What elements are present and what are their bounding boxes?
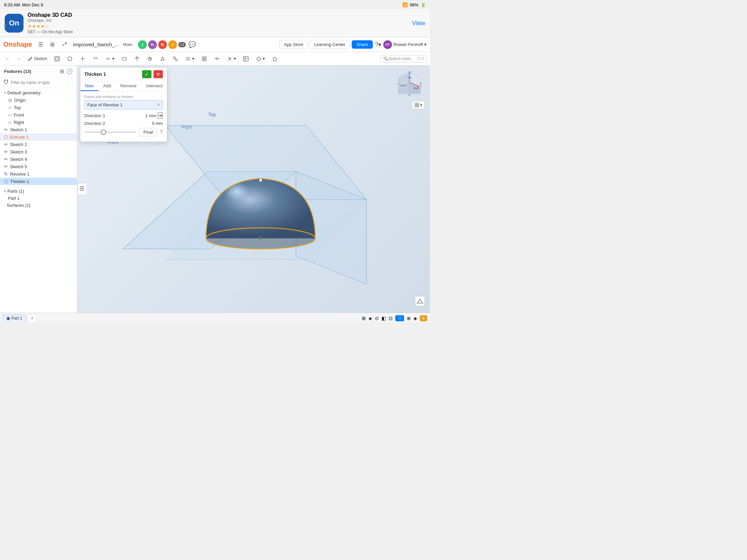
sketch3-item[interactable]: ✏ Sketch 3 — [0, 148, 77, 156]
extrude-icon: ⬡ — [4, 134, 8, 140]
nav-cube[interactable]: Top Front Right Z X — [394, 70, 424, 100]
revolve1-item[interactable]: ↻ Revolve 1 — [0, 170, 77, 178]
tool-3[interactable] — [77, 54, 88, 63]
view-button[interactable]: View — [412, 20, 425, 27]
tool-dropdown-3[interactable]: ▾ — [224, 54, 239, 63]
nav-right-arrow[interactable] — [420, 82, 422, 85]
thicken1-label: Thicken 1 — [10, 179, 29, 184]
dialog-cancel-button[interactable]: ✕ — [154, 70, 163, 78]
bottom-icon-2[interactable]: ◈ — [368, 316, 372, 321]
dialog-body: Faces and surfaces to thicken Face of Re… — [80, 91, 167, 142]
dialog-title: Thicken 1 — [84, 72, 106, 77]
sketch2-item[interactable]: ✏ Sketch 2 — [0, 141, 77, 148]
wifi-icon: 📶 — [403, 2, 408, 7]
front-plane-item[interactable]: ▱ Front — [0, 111, 77, 118]
tool-4[interactable] — [90, 54, 101, 63]
face-remove-button[interactable]: × — [157, 102, 160, 107]
avatar-j1[interactable]: J — [138, 40, 147, 49]
direction1-label: Direction 1 — [84, 113, 105, 118]
chat-icon[interactable]: 💬 — [188, 41, 196, 48]
tool-1[interactable] — [51, 54, 63, 63]
bottom-icon-1[interactable]: ⊞ — [362, 316, 366, 321]
app-icon: On — [5, 14, 24, 32]
isometric-view-button[interactable] — [415, 296, 424, 307]
extrude1-item[interactable]: ⬡ Extrude 1 — [0, 133, 77, 141]
tab-add[interactable]: Add — [98, 81, 115, 91]
surfaces-group[interactable]: › Surfaces (1) — [0, 202, 77, 209]
nav-left-arrow[interactable] — [397, 82, 399, 85]
bottom-icon-6[interactable]: ⬡ — [395, 315, 404, 321]
history-icon[interactable]: 🕐 — [66, 68, 73, 75]
top-plane-item[interactable]: ▱ Top — [0, 104, 77, 111]
bottom-icon-9[interactable]: ♦ — [420, 315, 427, 321]
tool-9[interactable] — [170, 54, 181, 63]
sketch1-label: Sketch 1 — [10, 127, 27, 132]
tool-6[interactable] — [131, 54, 143, 63]
bottom-icon-5[interactable]: ⊡ — [389, 316, 393, 321]
tab-remove[interactable]: Remove — [115, 81, 141, 91]
direction2-label: Direction 2 — [84, 121, 105, 126]
user-avatar: RF — [383, 40, 392, 49]
direction1-flip-button[interactable]: ⇥ — [157, 112, 163, 119]
bottom-tab-add[interactable]: + — [27, 315, 37, 322]
search-tools[interactable]: 🔍 Search tools... ⌥ C — [380, 55, 427, 62]
bottom-tab-part1[interactable]: ▣ Part 1 — [3, 315, 26, 322]
dialog-ok-button[interactable]: ✓ — [142, 70, 152, 78]
hamburger-menu[interactable]: ☰ — [36, 40, 45, 49]
default-geometry-group[interactable]: ▾ Default geometry — [0, 89, 77, 96]
tool-2[interactable] — [64, 54, 76, 63]
plus-count-badge[interactable]: +2 — [178, 42, 186, 47]
nav-bottom-arrow[interactable] — [408, 94, 411, 96]
tools-icon[interactable] — [60, 41, 69, 49]
avatar-r[interactable]: R — [158, 40, 167, 49]
avatar-j2[interactable]: J — [168, 40, 177, 49]
bottom-icon-7[interactable]: ⊗ — [407, 316, 411, 321]
back-button[interactable]: ← — [3, 55, 12, 62]
sketch5-item[interactable]: ✏ Sketch 5 — [0, 163, 77, 170]
help-circle-icon[interactable]: ? — [160, 129, 163, 135]
tool-7[interactable] — [144, 54, 156, 63]
tool-11[interactable] — [211, 54, 223, 63]
tab-new[interactable]: New — [80, 81, 98, 91]
tab-intersect[interactable]: Intersect — [141, 81, 168, 91]
right-plane-item[interactable]: ▱ Right — [0, 118, 77, 126]
tool-13[interactable] — [269, 54, 280, 63]
help-button[interactable]: ?▾ — [375, 41, 381, 48]
bottom-icon-8[interactable]: ◈ — [413, 316, 417, 321]
sketch1-item[interactable]: ✏ Sketch 1 — [0, 126, 77, 133]
forward-button[interactable]: → — [14, 55, 24, 62]
user-menu[interactable]: RF Rowan Fenhoff ▾ — [383, 40, 427, 49]
parts-group[interactable]: ▾ Parts (1) — [0, 188, 77, 195]
final-button[interactable]: Final — [139, 128, 157, 136]
thickness-slider[interactable] — [84, 132, 136, 133]
parts-label: Parts (1) — [7, 189, 24, 194]
share-button[interactable]: Share — [352, 40, 373, 49]
tool-dropdown-4[interactable]: ▾ — [253, 54, 268, 63]
instance-icon[interactable]: ⊞ — [60, 68, 64, 75]
filter-row: ⛉ — [0, 78, 77, 88]
sketch4-item[interactable]: ✏ Sketch 4 — [0, 156, 77, 163]
origin-item[interactable]: ◎ Origin — [0, 96, 77, 104]
bottom-icon-4[interactable]: ◧ — [382, 316, 386, 321]
bottom-icon-3[interactable]: ⊙ — [375, 316, 379, 321]
tool-5[interactable] — [119, 54, 130, 63]
thicken1-item[interactable]: ⬡ Thicken 1 — [0, 178, 77, 185]
tool-10[interactable] — [199, 54, 210, 63]
list-icon-button[interactable] — [77, 183, 86, 195]
learning-center-button[interactable]: Learning Center — [310, 40, 350, 49]
settings-icon[interactable] — [48, 41, 57, 49]
filter-input[interactable] — [11, 80, 74, 85]
sketch3-icon: ✏ — [4, 149, 8, 155]
sketch-button[interactable]: Sketch — [25, 55, 50, 63]
direction1-value-area: 1 mm ⇥ — [146, 112, 163, 119]
close-button[interactable]: × — [3, 22, 7, 29]
tool-dropdown-2[interactable]: ▾ — [182, 54, 197, 63]
tool-dropdown-1[interactable]: ▾ — [102, 54, 117, 63]
part1-item[interactable]: Part 1 — [0, 195, 77, 202]
view-type-button[interactable]: ▾ — [412, 101, 424, 109]
app-store-button[interactable]: App Store — [280, 40, 308, 49]
tool-12[interactable] — [240, 54, 252, 63]
avatar-h[interactable]: H — [148, 40, 157, 49]
date: Mon Dec 9 — [22, 2, 43, 7]
tool-8[interactable] — [157, 54, 168, 63]
